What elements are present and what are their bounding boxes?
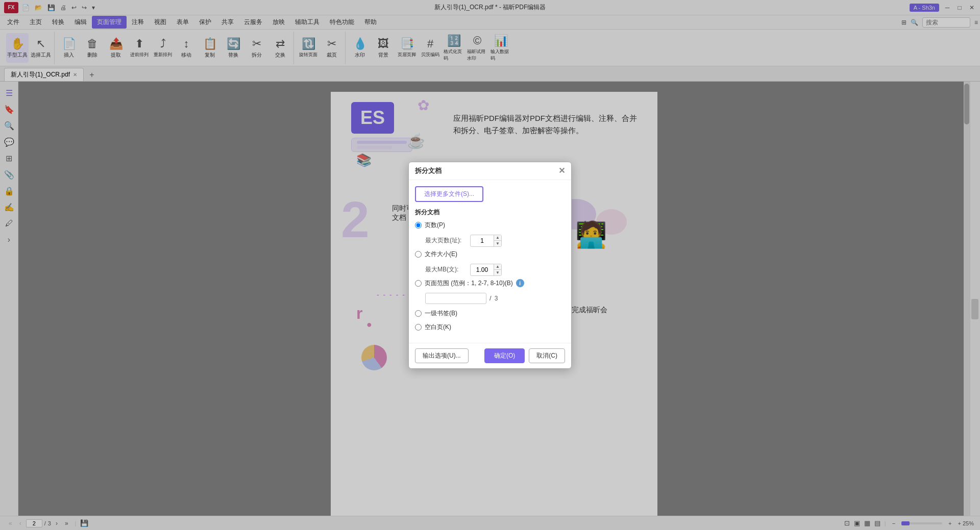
radio-row-pages: 页数(P) <box>415 221 565 230</box>
max-pages-label: 最大页数(址): <box>425 236 466 245</box>
max-pages-down-button[interactable]: ▼ <box>494 241 501 246</box>
max-mb-input[interactable] <box>471 265 494 274</box>
confirm-button[interactable]: 确定(O) <box>484 348 525 363</box>
radio-row-bookmark: 一级书签(B) <box>415 309 565 318</box>
page-range-total: 3 <box>495 295 498 302</box>
label-blankpage[interactable]: 空白页(K) <box>425 323 451 332</box>
dialog-overlay: 拆分文档 ✕ 选择更多文件(S)... 拆分文档 页数(P) 最大页数(址): … <box>0 0 980 530</box>
dialog-footer-right: 确定(O) 取消(C) <box>484 348 565 363</box>
radio-row-blankpage: 空白页(K) <box>415 323 565 332</box>
max-mb-down-button[interactable]: ▼ <box>494 270 501 275</box>
label-bookmark[interactable]: 一级书签(B) <box>425 309 457 318</box>
max-pages-spin-buttons: ▲ ▼ <box>494 235 501 246</box>
radio-blankpage[interactable] <box>415 324 422 331</box>
cancel-button[interactable]: 取消(C) <box>529 348 565 363</box>
page-range-input[interactable] <box>425 293 486 304</box>
dialog-footer: 输出选项(U)... 确定(O) 取消(C) <box>409 343 571 368</box>
param-row-max-mb: 最大MB(文): ▲ ▼ <box>415 264 565 276</box>
max-mb-spin-buttons: ▲ ▼ <box>494 264 501 275</box>
max-pages-input[interactable] <box>471 236 494 245</box>
radio-bookmark[interactable] <box>415 310 422 317</box>
radio-pagerange[interactable] <box>415 280 422 287</box>
page-range-row: / 3 <box>415 293 565 304</box>
radio-row-pagerange: 页面范围 (范例：1, 2-7, 8-10)(B) i <box>415 279 565 288</box>
max-pages-up-button[interactable]: ▲ <box>494 235 501 241</box>
page-range-slash: / <box>489 294 492 302</box>
dialog-section-title: 拆分文档 <box>415 208 565 217</box>
dialog-body: 选择更多文件(S)... 拆分文档 页数(P) 最大页数(址): ▲ ▼ <box>409 180 571 343</box>
max-mb-label: 最大MB(文): <box>425 265 466 274</box>
dialog-title: 拆分文档 <box>415 166 442 175</box>
label-filesize[interactable]: 文件大小(E) <box>425 250 457 259</box>
max-pages-spinbox: ▲ ▼ <box>470 235 502 247</box>
max-mb-up-button[interactable]: ▲ <box>494 264 501 270</box>
select-files-button[interactable]: 选择更多文件(S)... <box>415 186 483 202</box>
param-row-max-pages: 最大页数(址): ▲ ▼ <box>415 235 565 247</box>
label-pages[interactable]: 页数(P) <box>425 221 445 230</box>
radio-filesize[interactable] <box>415 251 422 258</box>
dialog-close-button[interactable]: ✕ <box>558 167 565 175</box>
output-options-button[interactable]: 输出选项(U)... <box>415 348 469 363</box>
label-pagerange[interactable]: 页面范围 (范例：1, 2-7, 8-10)(B) <box>425 279 513 288</box>
pagerange-info-icon[interactable]: i <box>516 279 524 287</box>
split-document-dialog: 拆分文档 ✕ 选择更多文件(S)... 拆分文档 页数(P) 最大页数(址): … <box>408 162 572 369</box>
radio-row-filesize: 文件大小(E) <box>415 250 565 259</box>
radio-pages[interactable] <box>415 222 422 229</box>
max-mb-spinbox: ▲ ▼ <box>470 264 502 276</box>
dialog-header: 拆分文档 ✕ <box>409 162 571 180</box>
